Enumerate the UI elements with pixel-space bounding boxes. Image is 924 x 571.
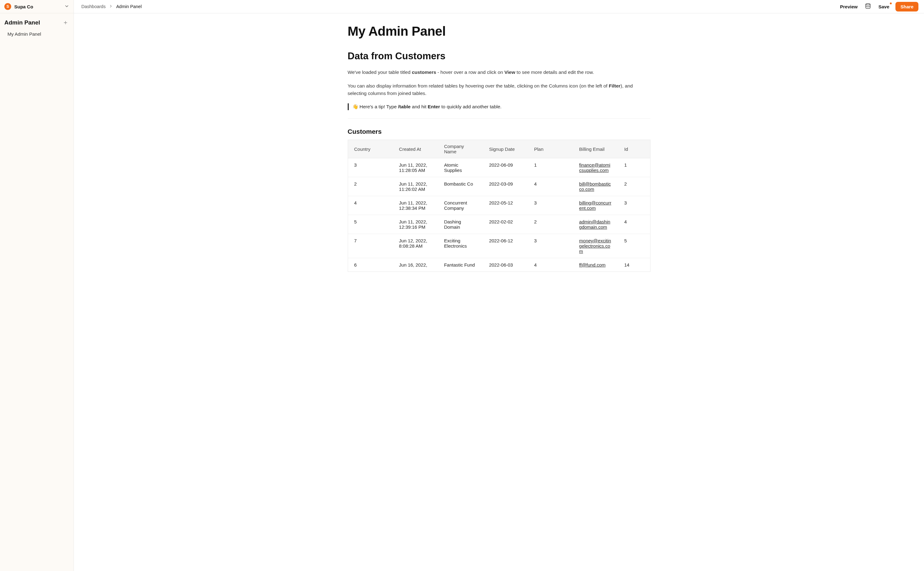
cell-email: ff@fund.com [573,258,618,272]
cell-email: bill@bombasticco.com [573,177,618,196]
sidebar: S Supa Co Admin Panel My Admin Panel [0,0,74,571]
workspace-switcher[interactable]: S Supa Co [0,0,74,13]
customers-table: Country Created At Company Name Signup D… [348,140,651,272]
billing-email-link[interactable]: admin@dashingdomain.com [579,219,610,230]
cell-plan: 3 [528,234,573,258]
text: Here's a tip! Type [358,104,398,109]
cell-company: Atomic Supplies [438,158,483,177]
cell-created-at: Jun 12, 2022, 8:08:28 AM [393,234,438,258]
cell-company: Fantastic Fund [438,258,483,272]
cell-country: 4 [348,196,393,215]
cell-email: finance@atomicsupplies.com [573,158,618,177]
column-header-company-name[interactable]: Company Name [438,140,483,158]
billing-email-link[interactable]: billing@concurrent.com [579,200,611,211]
billing-email-link[interactable]: finance@atomicsupplies.com [579,162,610,173]
preview-button[interactable]: Preview [839,3,859,11]
save-button[interactable]: Save [878,3,890,11]
unsaved-indicator [890,3,892,5]
text-bold: View [504,69,515,75]
page-title: My Admin Panel [348,24,651,39]
billing-email-link[interactable]: ff@fund.com [579,262,606,267]
sidebar-section-title: Admin Panel [5,19,40,26]
cell-company: Dashing Domain [438,215,483,234]
database-icon [865,3,871,10]
text: We've loaded your table titled [348,69,412,75]
chevron-down-icon [64,4,69,9]
cell-country: 3 [348,158,393,177]
column-header-id[interactable]: Id [618,140,650,158]
cell-created-at: Jun 11, 2022, 11:28:05 AM [393,158,438,177]
column-header-created-at[interactable]: Created At [393,140,438,158]
cell-company: Exciting Electronics [438,234,483,258]
wave-icon: 👋 [352,104,358,109]
add-page-button[interactable] [62,19,69,26]
text: to quickly add another table. [440,104,501,109]
cell-created-at: Jun 11, 2022, 11:26:02 AM [393,177,438,196]
text: to see more details and edit the row. [515,69,594,75]
sidebar-section: Admin Panel My Admin Panel [0,13,74,42]
breadcrumb-current[interactable]: Admin Panel [116,4,142,9]
sidebar-item-my-admin-panel[interactable]: My Admin Panel [4,29,70,39]
intro-paragraph-2: You can also display information from re… [348,82,651,97]
text-bold: Enter [428,104,440,109]
cell-signup: 2022-02-02 [483,215,528,234]
cell-plan: 1 [528,158,573,177]
cell-id: 4 [618,215,650,234]
cell-created-at: Jun 11, 2022, 12:39:16 PM [393,215,438,234]
data-source-button[interactable] [864,2,872,11]
cell-id: 3 [618,196,650,215]
tip-callout: 👋 Here's a tip! Type /table and hit Ente… [348,103,651,110]
intro-paragraph-1: We've loaded your table titled customers… [348,69,651,76]
table-row[interactable]: 6Jun 16, 2022,Fantastic Fund2022-06-034f… [348,258,650,272]
cell-created-at: Jun 16, 2022, [393,258,438,272]
cell-signup: 2022-06-03 [483,258,528,272]
table-row[interactable]: 2Jun 11, 2022, 11:26:02 AMBombastic Co20… [348,177,650,196]
cell-signup: 2022-06-09 [483,158,528,177]
column-header-country[interactable]: Country [348,140,393,158]
cell-id: 5 [618,234,650,258]
cell-plan: 2 [528,215,573,234]
table-row[interactable]: 5Jun 11, 2022, 12:39:16 PMDashing Domain… [348,215,650,234]
cell-country: 2 [348,177,393,196]
cell-country: 5 [348,215,393,234]
cell-plan: 4 [528,258,573,272]
divider [348,118,651,119]
cell-id: 14 [618,258,650,272]
text-bold: customers [412,69,436,75]
table-row[interactable]: 4Jun 11, 2022, 12:38:34 PMConcurrent Com… [348,196,650,215]
cell-email: admin@dashingdomain.com [573,215,618,234]
cell-created-at: Jun 11, 2022, 12:38:34 PM [393,196,438,215]
section-title: Data from Customers [348,51,651,62]
chevron-right-icon [109,4,113,9]
text: - hover over a row and click on [436,69,505,75]
text: and hit [411,104,428,109]
cell-country: 7 [348,234,393,258]
topbar: Dashboards Admin Panel Preview Save Shar… [74,0,924,13]
breadcrumb: Dashboards Admin Panel [81,4,837,9]
column-header-signup-date[interactable]: Signup Date [483,140,528,158]
text-bold: Filter [609,83,621,88]
cell-id: 1 [618,158,650,177]
billing-email-link[interactable]: money@excitingelectronics.com [579,238,611,254]
cell-company: Bombastic Co [438,177,483,196]
cell-email: billing@concurrent.com [573,196,618,215]
cell-signup: 2022-05-12 [483,196,528,215]
svg-point-2 [866,4,870,5]
table-row[interactable]: 3Jun 11, 2022, 11:28:05 AMAtomic Supplie… [348,158,650,177]
cell-plan: 4 [528,177,573,196]
table-row[interactable]: 7Jun 12, 2022, 8:08:28 AMExciting Electr… [348,234,650,258]
workspace-name: Supa Co [14,4,61,9]
cell-signup: 2022-06-12 [483,234,528,258]
billing-email-link[interactable]: bill@bombasticco.com [579,181,611,192]
share-button[interactable]: Share [895,2,918,11]
cell-id: 2 [618,177,650,196]
text-bold: /table [398,104,411,109]
workspace-avatar: S [5,3,11,10]
cell-plan: 3 [528,196,573,215]
table-title: Customers [348,128,651,135]
cell-company: Concurrent Company [438,196,483,215]
column-header-plan[interactable]: Plan [528,140,573,158]
column-header-billing-email[interactable]: Billing Email [573,140,618,158]
cell-signup: 2022-03-09 [483,177,528,196]
breadcrumb-root[interactable]: Dashboards [81,4,105,9]
